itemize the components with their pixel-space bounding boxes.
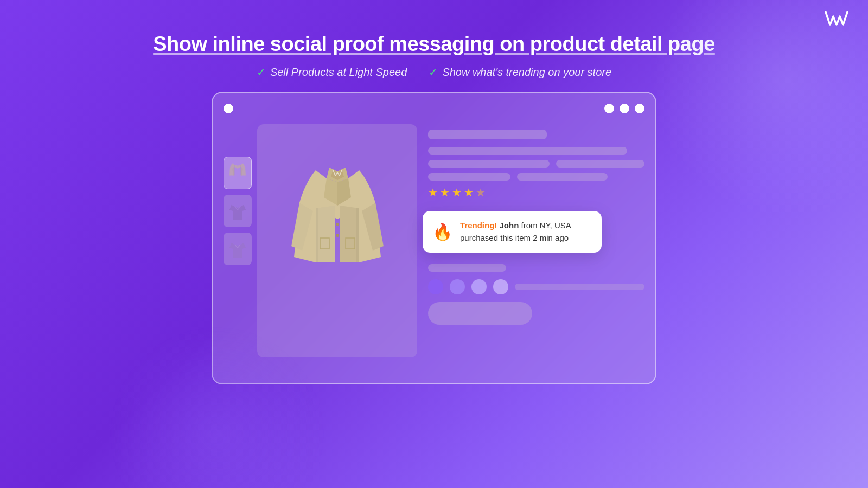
page-header: Show inline social proof messaging on pr… xyxy=(0,0,868,92)
subtitle-item-2: ✓ Show what's trending on your store xyxy=(429,66,611,79)
star-3: ★ xyxy=(452,186,462,199)
color-option-4[interactable] xyxy=(493,279,508,294)
desc-line-2 xyxy=(428,160,644,168)
color-option-1[interactable] xyxy=(428,279,443,294)
main-title: Show inline social proof messaging on pr… xyxy=(0,33,868,56)
desc-line-3 xyxy=(428,173,644,181)
fire-icon: 🔥 xyxy=(432,222,452,241)
product-page: ★ ★ ★ ★ ★ 🔥 Trending! John from NY, USAp… xyxy=(224,124,644,357)
main-product-image xyxy=(257,124,417,357)
desc-seg-3 xyxy=(428,173,510,181)
product-info: ★ ★ ★ ★ ★ 🔥 Trending! John from NY, USAp… xyxy=(428,124,644,357)
browser-dot-3 xyxy=(635,104,644,113)
thumbnail-2[interactable] xyxy=(224,195,252,227)
brand-logo xyxy=(825,11,848,29)
desc-seg-1 xyxy=(428,160,550,168)
check-icon-2: ✓ xyxy=(429,66,438,79)
color-line xyxy=(515,284,644,290)
thumbnail-3[interactable] xyxy=(224,233,252,265)
trending-notification: 🔥 Trending! John from NY, USApurchased t… xyxy=(423,211,602,253)
add-to-cart-skeleton xyxy=(428,302,532,325)
color-option-2[interactable] xyxy=(450,279,465,294)
subtitle-text-2: Show what's trending on your store xyxy=(442,66,611,79)
price-skeleton xyxy=(428,264,506,272)
svg-point-0 xyxy=(336,223,339,226)
subtitle-text-1: Sell Products at Light Speed xyxy=(270,66,407,79)
svg-point-1 xyxy=(336,234,339,237)
subtitle-row: ✓ Sell Products at Light Speed ✓ Show wh… xyxy=(0,66,868,79)
product-rating: ★ ★ ★ ★ ★ xyxy=(428,186,644,199)
product-title-skeleton xyxy=(428,130,547,139)
browser-dot-2 xyxy=(620,104,629,113)
star-4: ★ xyxy=(464,186,474,199)
thumbnail-1[interactable] xyxy=(224,157,252,189)
star-1: ★ xyxy=(428,186,438,199)
browser-dots-right xyxy=(604,104,644,113)
desc-seg-4 xyxy=(517,173,608,181)
color-option-3[interactable] xyxy=(471,279,487,294)
desc-line-1 xyxy=(428,147,627,155)
browser-topbar xyxy=(224,104,644,113)
color-options xyxy=(428,279,644,294)
browser-dot-1 xyxy=(604,104,614,113)
star-2: ★ xyxy=(440,186,450,199)
product-thumbnails xyxy=(224,124,252,357)
notification-text: Trending! John from NY, USApurchased thi… xyxy=(460,220,571,244)
check-icon-1: ✓ xyxy=(257,66,266,79)
subtitle-item-1: ✓ Sell Products at Light Speed xyxy=(257,66,407,79)
star-5: ★ xyxy=(476,186,486,199)
browser-dot-left xyxy=(224,104,233,113)
browser-window: ★ ★ ★ ★ ★ 🔥 Trending! John from NY, USAp… xyxy=(212,92,656,384)
desc-seg-2 xyxy=(556,160,644,168)
